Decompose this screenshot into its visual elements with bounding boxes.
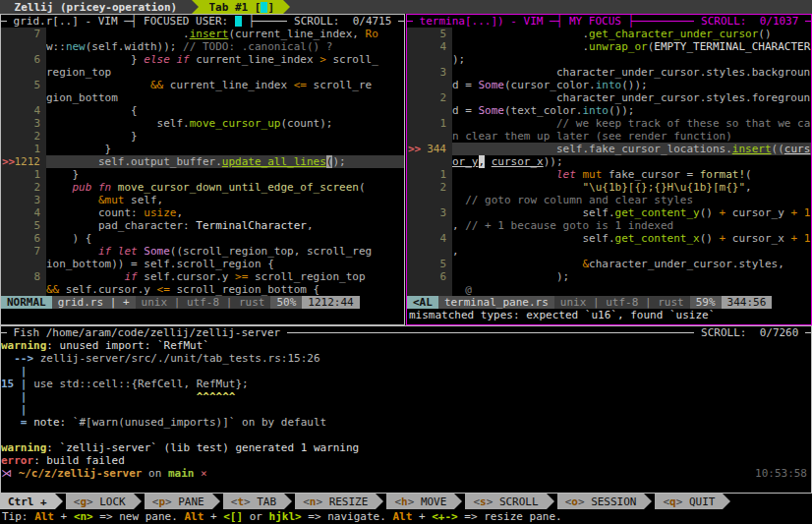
code-row: >>344 self.fake_cursor_locations.insert(… — [407, 143, 811, 155]
code-area-grid: 7 .insert(current_line_index, Row::new(s… — [1, 28, 404, 296]
text-segment: current_line_index — [190, 53, 319, 66]
scroll-indicator: SCROLL: 0/7260 — [694, 326, 805, 339]
text-segment: >= — [235, 270, 248, 283]
text-segment: or — [243, 510, 269, 523]
line-number-gutter — [407, 194, 452, 206]
line-number-gutter — [407, 53, 452, 66]
pane-fish-shell[interactable]: Fish /home/aram/code/zellij/zellij-serve… — [0, 325, 812, 494]
keybind-tab[interactable]: <t> TAB — [223, 494, 284, 509]
keybind-pane[interactable]: <p> PANE — [145, 494, 212, 509]
code-row: --> zellij-server/src/./unit/tab_tests.r… — [1, 352, 811, 365]
code-row: 4 { — [1, 104, 404, 117]
text-segment: ( — [359, 181, 366, 194]
tab-1[interactable]: Tab #1 [] — [192, 0, 283, 14]
text-segment: insert — [732, 143, 772, 155]
text-segment: region_top — [46, 66, 111, 79]
text-segment: error — [1, 454, 33, 467]
code-row: | — [1, 403, 811, 416]
text-segment: scroll_region_top — [248, 270, 365, 283]
text-segment: hjkl> — [269, 510, 302, 523]
text-segment: Tip: — [2, 510, 34, 523]
code-row: 5 && current_line_index <= scroll_re — [1, 79, 404, 91]
sign-marker-icon: >> — [2, 155, 15, 168]
line-number-gutter: 5 — [1, 219, 46, 232]
text-segment: w:: — [46, 40, 66, 53]
text-segment: gion_bottom — [46, 91, 118, 104]
code-row: 8 if self.cursor.y >= scroll_region_top — [1, 270, 404, 283]
line-number-gutter: 3 — [407, 66, 452, 79]
line-number-gutter — [407, 104, 452, 117]
code-row: 3 self.get_content_y() + cursor_y + 1 — [407, 206, 811, 219]
text-segment: 1 — [804, 206, 811, 219]
keybind-text: > — [244, 495, 257, 508]
pane-grid-rs[interactable]: grid.r[..] - VIM ─┤ FOCUSED USER: ├ SCRO… — [0, 14, 405, 325]
text-segment: : build failed — [33, 454, 125, 467]
text-segment: } — [46, 143, 111, 155]
text-segment: . — [46, 28, 190, 40]
keybind-lock[interactable]: <g> LOCK — [66, 494, 134, 509]
keybind-resize[interactable]: <n> RESIZE — [295, 494, 376, 509]
text-segment — [138, 245, 145, 258]
keybind-scroll[interactable]: <s> SCROLL — [465, 494, 546, 509]
text-segment — [485, 155, 492, 168]
text-segment: count: — [46, 206, 144, 219]
code-row: 1 // we keep track of these so that we c… — [407, 117, 811, 130]
code-row: 2 pub fn move_cursor_down_until_edge_of_… — [1, 181, 404, 194]
text-segment: . — [452, 28, 589, 40]
code-row: , // + 1 because goto is 1 indexed — [407, 219, 811, 232]
text-segment: warning — [1, 441, 46, 454]
text-segment: unwrap_or — [589, 40, 648, 53]
scroll-indicator: SCROLL: 0/4715 — [287, 15, 398, 28]
text-segment: ) { — [46, 232, 91, 245]
pane-terminal-pane-rs[interactable]: termina[...]) - VIM ─┤ MY FOCUS ├ SCROLL… — [406, 14, 812, 325]
code-row: @ — [407, 283, 811, 296]
keybind-text: g — [80, 495, 87, 508]
keybinding-bar: Ctrl + <g> LOCK<p> PANE<t> TAB<n> RESIZE… — [0, 494, 812, 509]
pane-title-text: grid.r[..] - VIM ─┤ FOCUSED USER: — [7, 15, 235, 28]
code-row: ⋊ ~/c/z/zellij-server on main ×10:53:58 — [1, 467, 811, 480]
text-segment: into — [596, 79, 622, 91]
tab-label-close: ] — [267, 1, 280, 14]
keybind-text: p — [158, 495, 165, 508]
text-segment: . — [452, 40, 589, 53]
focused-user-cursor-icon — [235, 16, 242, 27]
text-segment: if let — [98, 245, 138, 258]
keybind-session[interactable]: <o> SESSION — [557, 494, 645, 509]
text-segment: <= — [294, 79, 307, 91]
keybind-text: < — [663, 495, 669, 508]
text-segment: ()); — [609, 104, 635, 117]
text-segment: Some — [479, 79, 505, 91]
code-row: 15 | use std::cell::{RefCell, RefMut}; — [1, 378, 811, 390]
text-segment: × — [194, 467, 206, 480]
code-row: ); — [407, 53, 811, 66]
line-number-gutter — [1, 91, 46, 104]
text-segment: fake_cursor = — [602, 168, 699, 181]
text-segment: curs — [784, 143, 811, 155]
code-row: 5 &character_under_cursor.styles, — [407, 258, 811, 270]
keybind-move[interactable]: <h> MOVE — [386, 494, 454, 509]
line-number-gutter — [407, 79, 452, 91]
text-segment: new — [66, 40, 86, 53]
text-segment: // we keep track of these so that we ca — [556, 117, 810, 130]
text-segment: into — [582, 104, 609, 117]
text-segment: self.fake_cursor_locations. — [452, 143, 732, 155]
status-segment-pct: 59% — [690, 296, 722, 309]
text-segment: let — [556, 168, 576, 181]
line-number-gutter: 6 — [1, 53, 46, 66]
text-segment: ~/c/z/zellij-server — [19, 467, 143, 480]
text-segment — [46, 245, 98, 258]
text-segment: ( — [326, 155, 333, 168]
keybind-text: MOVE — [421, 495, 447, 508]
text-segment: // + 1 because goto is 1 indexed — [465, 219, 673, 232]
keybind-quit[interactable]: <q> QUIT — [655, 494, 723, 509]
top-bar: Zellij (pricey-operation) Tab #1 [] — [0, 0, 812, 14]
text-segment: move_cursor_down_until_edge_of_screen — [118, 181, 359, 194]
text-segment: pad_character: — [46, 219, 196, 232]
status-segment-pos: 1212:44 — [302, 296, 359, 309]
scroll-indicator: SCROLL: 0/1037 — [694, 15, 805, 28]
code-row: >>1212 self.output_buffer.update_all_lin… — [1, 155, 404, 168]
text-segment: + — [720, 206, 726, 219]
text-segment: | — [1, 365, 28, 378]
line-number-gutter — [1, 66, 46, 79]
pane-title-sep: ├ — [242, 15, 255, 28]
